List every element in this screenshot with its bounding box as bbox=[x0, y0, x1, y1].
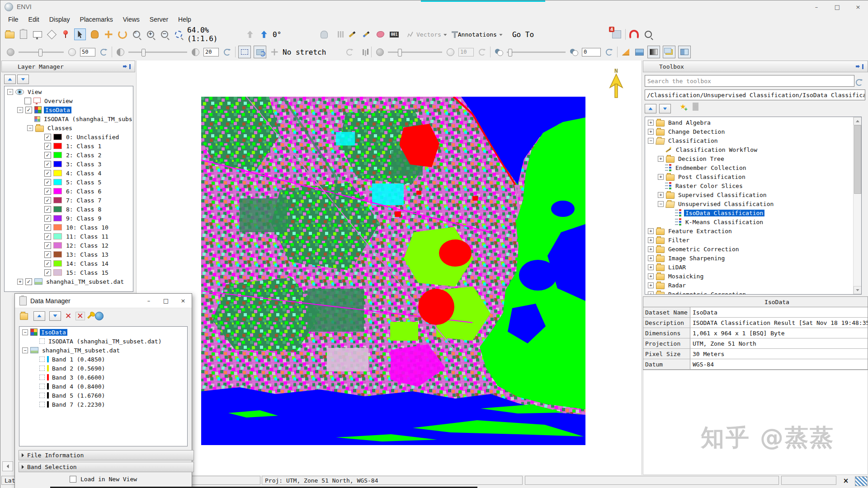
dock-panel-icon[interactable] bbox=[855, 64, 863, 69]
tree-label[interactable]: 8: Class 8 bbox=[65, 206, 103, 213]
zoom-extent-icon[interactable] bbox=[131, 29, 142, 40]
image-view[interactable]: N bbox=[136, 61, 642, 475]
tree-label[interactable]: Classification Workflow bbox=[675, 146, 759, 153]
tree-label[interactable]: shanghai_TM_subset.dat bbox=[41, 347, 121, 354]
tree-label[interactable]: 4: Class 4 bbox=[65, 170, 103, 177]
expand-toggle[interactable]: − bbox=[658, 201, 664, 207]
tree-label[interactable]: 15: Class 15 bbox=[65, 269, 110, 276]
rotation-select[interactable]: 0° bbox=[273, 30, 316, 39]
menu-display[interactable]: Display bbox=[44, 14, 75, 24]
views-layout-icon[interactable] bbox=[46, 29, 57, 40]
tree-row[interactable]: Band 4 (0.8400) bbox=[19, 382, 187, 391]
image-display-icon[interactable] bbox=[634, 47, 645, 57]
tree-label[interactable]: 7: Class 7 bbox=[65, 197, 103, 204]
tree-row[interactable]: +Change Detection bbox=[645, 127, 861, 136]
tree-row[interactable]: +✓shanghai_TM_subset.dat bbox=[5, 277, 133, 286]
placemark-icon[interactable] bbox=[60, 29, 71, 40]
expand-toggle[interactable]: + bbox=[648, 129, 654, 135]
expand-toggle[interactable]: + bbox=[648, 246, 654, 252]
tree-row[interactable]: ✓15: Class 15 bbox=[5, 268, 133, 277]
dm-down-button[interactable] bbox=[49, 311, 61, 321]
stretch-extent-button[interactable] bbox=[238, 46, 251, 58]
expand-toggle[interactable]: − bbox=[7, 89, 13, 95]
checkbox[interactable]: ✓ bbox=[25, 278, 32, 285]
transparency-slider[interactable] bbox=[507, 52, 566, 53]
checkbox[interactable] bbox=[39, 366, 45, 371]
dm-minimize-button[interactable]: – bbox=[140, 294, 157, 308]
tree-label[interactable]: 3: Class 3 bbox=[65, 161, 103, 168]
stretch-view-button[interactable] bbox=[254, 46, 266, 58]
menu-edit[interactable]: Edit bbox=[24, 14, 44, 24]
checkbox[interactable]: ✓ bbox=[44, 215, 51, 222]
tree-label[interactable]: Feature Extraction bbox=[667, 228, 733, 235]
stretch-reset-icon[interactable] bbox=[344, 47, 355, 57]
tree-label[interactable]: Post Classification bbox=[677, 174, 747, 180]
expand-toggle[interactable]: + bbox=[648, 291, 654, 295]
maximize-button[interactable]: □ bbox=[827, 0, 848, 13]
layer-stack-icon[interactable] bbox=[663, 46, 675, 58]
checkbox[interactable] bbox=[39, 393, 45, 398]
tree-row[interactable]: Band 7 (2.2230) bbox=[19, 400, 187, 409]
tree-label[interactable]: Endmember Collection bbox=[674, 164, 748, 171]
tree-label[interactable]: 2: Class 2 bbox=[65, 152, 103, 159]
checkbox[interactable]: ✓ bbox=[44, 143, 51, 150]
add-favorite-icon[interactable]: ★+ bbox=[680, 103, 686, 111]
checkbox[interactable]: ✓ bbox=[44, 170, 51, 177]
tree-row[interactable]: IsoData Classification bbox=[645, 208, 861, 217]
band-selection-section[interactable]: Band Selection bbox=[19, 462, 194, 472]
tree-label[interactable]: Band 4 (0.8400) bbox=[51, 383, 106, 390]
expand-toggle[interactable]: − bbox=[22, 329, 28, 335]
tree-label[interactable]: IsoData bbox=[44, 107, 71, 113]
gradient-icon[interactable] bbox=[647, 46, 660, 58]
pan-hand-icon[interactable] bbox=[89, 29, 100, 40]
tree-row[interactable]: +Filter bbox=[645, 235, 861, 244]
tree-label[interactable]: Band 2 (0.5690) bbox=[51, 365, 106, 372]
sharpen-value[interactable]: 10 bbox=[458, 48, 474, 56]
tree-label[interactable]: ISODATA (shanghai_TM_subs bbox=[42, 116, 133, 122]
tree-row[interactable]: +Feature Extraction bbox=[645, 226, 861, 235]
tree-label[interactable]: 5: Class 5 bbox=[65, 179, 103, 186]
brightness-slider[interactable] bbox=[19, 52, 64, 53]
checkbox[interactable]: ✓ bbox=[44, 224, 51, 231]
tree-row[interactable]: ✓5: Class 5 bbox=[5, 178, 133, 187]
checkbox[interactable]: ✓ bbox=[44, 197, 51, 204]
tree-row[interactable]: ISODATA (shanghai_TM_subs bbox=[5, 114, 133, 123]
expand-toggle[interactable]: − bbox=[648, 138, 654, 144]
histogram-icon[interactable] bbox=[358, 47, 368, 57]
tree-row[interactable]: ✓11: Class 11 bbox=[5, 232, 133, 241]
process-manager-icon[interactable]: 4 bbox=[611, 29, 622, 40]
tree-label[interactable]: Classification bbox=[667, 137, 719, 144]
tree-label[interactable]: 11: Class 11 bbox=[65, 233, 110, 240]
tree-row[interactable]: ✓1: Class 1 bbox=[5, 141, 133, 150]
contrast-value[interactable]: 20 bbox=[203, 48, 219, 56]
checkbox[interactable]: ✓ bbox=[44, 134, 51, 141]
tree-label[interactable]: 12: Class 12 bbox=[65, 242, 110, 249]
goto-combo[interactable]: Go To bbox=[512, 30, 603, 39]
expand-toggle[interactable]: − bbox=[27, 125, 33, 131]
tree-row[interactable]: −View bbox=[5, 87, 133, 96]
sharpen-slider[interactable] bbox=[388, 52, 442, 53]
tree-label[interactable]: Geometric Correction bbox=[667, 246, 741, 253]
search-icon[interactable] bbox=[643, 29, 654, 40]
tree-label[interactable]: 9: Class 9 bbox=[65, 215, 103, 222]
brightness-reset-icon[interactable] bbox=[98, 47, 109, 57]
transparency-value[interactable]: 0 bbox=[582, 48, 601, 56]
tree-label[interactable]: Unsupervised Classification bbox=[677, 201, 775, 207]
tree-row[interactable]: −Classes bbox=[5, 123, 133, 132]
tree-row[interactable]: −✓IsoData bbox=[5, 105, 133, 114]
stretch-crosshair-icon[interactable] bbox=[269, 47, 280, 57]
load-in-new-view-checkbox[interactable] bbox=[70, 476, 76, 483]
checkbox[interactable]: ✓ bbox=[44, 242, 51, 249]
tree-row[interactable]: −shanghai_TM_subset.dat bbox=[19, 346, 187, 355]
expand-toggle[interactable]: + bbox=[648, 120, 654, 126]
tree-row[interactable]: Classification Workflow bbox=[645, 145, 861, 154]
tree-row[interactable]: ✓3: Class 3 bbox=[5, 160, 133, 169]
expand-toggle[interactable]: + bbox=[658, 192, 664, 198]
tree-row[interactable]: ✓8: Class 8 bbox=[5, 205, 133, 214]
menu-placemarks[interactable]: Placemarks bbox=[75, 14, 118, 24]
contrast-reset-icon[interactable] bbox=[222, 47, 232, 57]
tree-row[interactable]: Raster Color Slices bbox=[645, 181, 861, 190]
brightness-value[interactable]: 50 bbox=[80, 48, 95, 56]
file-information-section[interactable]: File Information bbox=[19, 450, 194, 460]
crosshair-cursor-icon[interactable] bbox=[319, 29, 330, 40]
